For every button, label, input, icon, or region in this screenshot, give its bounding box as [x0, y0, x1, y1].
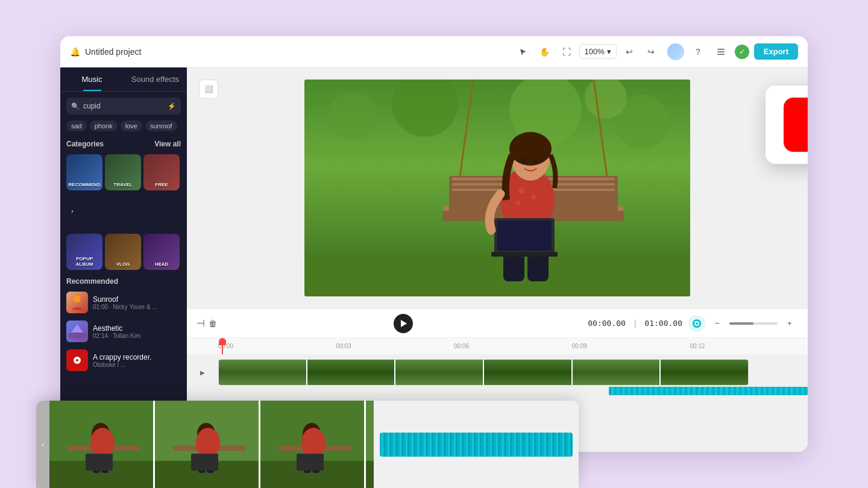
crop-tool-btn[interactable]: ⛶	[558, 43, 576, 61]
user-avatar[interactable]	[667, 43, 684, 60]
svg-rect-37	[491, 252, 558, 257]
frame-tool-btn[interactable]: ⬜	[199, 80, 218, 99]
ruler-mark-9: 00:09	[572, 343, 690, 349]
delete-icon[interactable]: 🗑	[209, 319, 217, 328]
svg-rect-0	[717, 49, 725, 50]
filmstrip-scroll-left[interactable]: ‹	[36, 401, 49, 488]
track-label: ▶	[187, 369, 218, 376]
category-head[interactable]: HEAD	[143, 234, 180, 270]
settings-btn[interactable]	[712, 43, 730, 61]
categories-scroll-right[interactable]: ›	[66, 193, 78, 229]
svg-point-32	[533, 158, 538, 164]
project-title[interactable]: Untitled project	[85, 47, 141, 57]
main-area: ⬜	[187, 67, 808, 452]
tab-sound-effects[interactable]: Sound effects	[124, 67, 187, 91]
zoom-slider	[729, 322, 778, 325]
svg-rect-56	[191, 454, 218, 471]
filmstrip-overlay: ‹	[36, 401, 579, 488]
canvas-area: ⬜	[187, 67, 808, 308]
redo-btn[interactable]: ↪	[642, 43, 660, 61]
main-window: 🔔 Untitled project ✋ ⛶ 100% ▾ ↩ ↪	[60, 36, 808, 452]
track-aesthetic-meta: 02:14 · Tollan Kim	[93, 333, 181, 339]
track-aesthetic[interactable]: Aesthetic 02:14 · Tollan Kim	[60, 317, 187, 346]
track-sunroof-meta: 01:00 · Nicky Youre & ...	[93, 304, 181, 310]
svg-marker-5	[71, 324, 83, 333]
timeline-right-tools: − +	[688, 315, 798, 332]
category-popup[interactable]: POPUP ALBUM	[66, 234, 102, 270]
ruler-mark-3: 00:03	[336, 343, 454, 349]
header-tools: ✋ ⛶ 100% ▾ ↩ ↪	[514, 43, 660, 61]
category-recommend[interactable]: RECOMMEND	[66, 154, 102, 190]
svg-point-53	[196, 428, 220, 458]
zoom-dropdown[interactable]: 100% ▾	[579, 44, 617, 59]
notification-icon: 🔔	[70, 47, 80, 57]
tag-sad[interactable]: sad	[66, 120, 87, 131]
svg-point-30	[509, 132, 552, 166]
playhead[interactable]	[222, 338, 223, 354]
recommended-label: Recommended	[60, 272, 187, 288]
ruler-mark-12: 00:12	[690, 343, 808, 349]
tags-container: sad phonk love sunroof	[60, 120, 187, 136]
current-time: 00:00.00 | 01:00.00	[588, 319, 682, 328]
track-crappy-name: A crappy recorder.	[93, 353, 181, 361]
timeline-left-tools: ⊣ 🗑	[197, 318, 217, 329]
categories-grid: RECOMMEND TRAVEL FREE ›	[60, 152, 187, 231]
video-preview	[304, 80, 690, 296]
view-all-btn[interactable]: View all	[154, 140, 181, 148]
play-button[interactable]	[394, 314, 413, 333]
video-frame	[304, 80, 690, 296]
track-crappy-meta: Otoboke / ...	[93, 361, 181, 368]
timeline-center: 00:00.00 | 01:00.00	[223, 314, 682, 333]
audio-icon-btn[interactable]	[688, 315, 705, 332]
track-collapse-btn[interactable]: ▶	[200, 369, 205, 376]
zoom-out-btn[interactable]: −	[709, 315, 726, 332]
ruler-mark-6: 00:06	[454, 343, 572, 349]
tag-love[interactable]: love	[121, 120, 142, 131]
svg-rect-1	[717, 51, 725, 52]
cursor-tool-btn[interactable]	[514, 43, 532, 61]
filmstrip-frame-1	[49, 401, 155, 488]
app-background: 🔔 Untitled project ✋ ⛶ 100% ▾ ↩ ↪	[0, 0, 868, 488]
categories-section-title: Categories View all	[60, 136, 187, 152]
svg-rect-16	[304, 254, 690, 296]
youtube-logo	[784, 98, 808, 152]
svg-point-45	[90, 428, 115, 458]
search-container: 🔍 ⚡	[66, 98, 181, 114]
track-sunroof[interactable]: Sunroof 01:00 · Nicky Youre & ...	[60, 288, 187, 317]
tab-music[interactable]: Music	[60, 67, 124, 91]
svg-point-40	[696, 322, 698, 325]
hand-tool-btn[interactable]: ✋	[536, 43, 554, 61]
track-aesthetic-name: Aesthetic	[93, 324, 181, 333]
export-button[interactable]: Export	[754, 43, 798, 60]
category-travel[interactable]: TRAVEL	[105, 154, 141, 190]
filmstrip-frames	[49, 401, 374, 488]
tag-sunroof[interactable]: sunroof	[145, 120, 177, 131]
filmstrip-frame-2	[155, 401, 260, 488]
undo-btn[interactable]: ↩	[620, 43, 638, 61]
svg-rect-64	[297, 454, 324, 471]
help-btn[interactable]: ?	[689, 43, 707, 61]
svg-rect-36	[497, 221, 552, 251]
video-track-row: ▶	[187, 354, 808, 390]
svg-rect-48	[86, 454, 113, 471]
split-icon[interactable]: ⊣	[197, 318, 205, 329]
zoom-in-btn[interactable]: +	[781, 315, 798, 332]
track-crappy[interactable]: A crappy recorder. Otoboke / ...	[60, 346, 187, 375]
tag-phonk[interactable]: phonk	[90, 120, 118, 131]
svg-rect-2	[717, 54, 725, 55]
filter-icon[interactable]: ⚡	[168, 102, 176, 110]
search-icon: 🔍	[71, 102, 80, 110]
category-free[interactable]: FREE	[143, 154, 180, 190]
svg-point-11	[329, 92, 377, 140]
category-vlog[interactable]: VLOG	[105, 234, 141, 270]
svg-rect-4	[69, 333, 86, 339]
chevron-down-icon: ▾	[607, 47, 611, 56]
search-input[interactable]	[66, 98, 181, 114]
check-icon: ✓	[735, 45, 749, 59]
playhead-head	[219, 338, 226, 345]
svg-point-28	[516, 201, 521, 205]
ruler-mark-0: 00:00	[218, 343, 336, 349]
timeline-controls: ⊣ 🗑 00:00.00 | 01:00.00	[187, 308, 808, 337]
timeline-ruler: 00:00 00:03 00:06 00:09 00:12	[187, 337, 808, 354]
play-icon	[401, 320, 407, 327]
